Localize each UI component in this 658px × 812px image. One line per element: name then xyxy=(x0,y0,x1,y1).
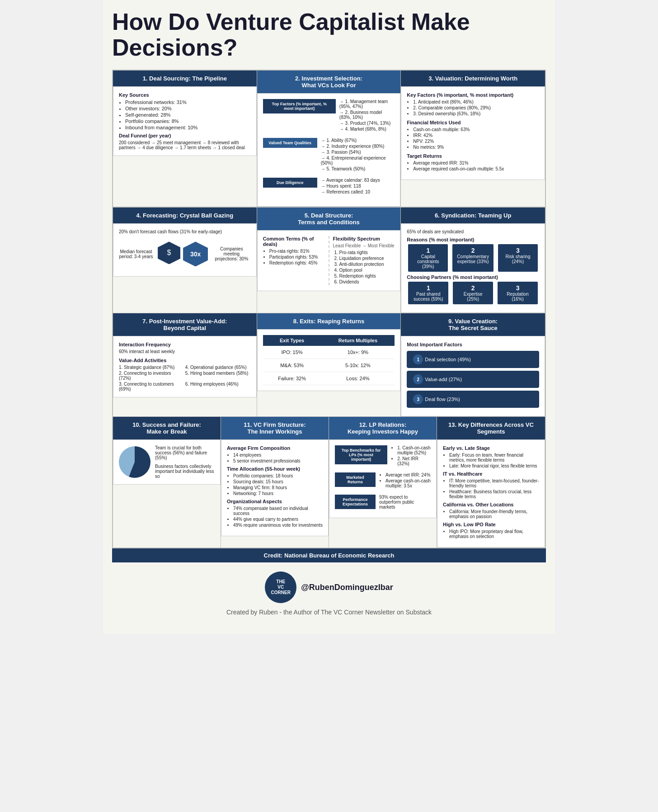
s13-header: 13. Key Differences Across VC Segments xyxy=(437,417,545,439)
s11-org-title: Organizational Aspects xyxy=(227,499,323,504)
s6-partners-title: Choosing Partners (% most important) xyxy=(407,274,539,280)
list-item: 1. Ability (67%) xyxy=(321,138,395,143)
s6-header: 6. Syndication: Teaming Up xyxy=(401,208,545,223)
s3-kf-list: 1. Anticipated exit (86%, 46%) 2. Compar… xyxy=(407,99,539,116)
s4-stat1: 20% don't forecast cash flows (31% for e… xyxy=(119,229,251,234)
list-item: Cash-on-cash multiple: 63% xyxy=(413,127,539,132)
list-item: IRR: 42% xyxy=(413,133,539,138)
list-item: Professional networks: 31% xyxy=(125,99,251,105)
section-5: 5. Deal Structure: Terms and Conditions … xyxy=(257,208,401,313)
s3-header: 3. Valuation: Determining Worth xyxy=(401,71,545,86)
s6-partners-row: 1 Past shared success (59%) 2 Expertise … xyxy=(407,282,539,304)
table-row: IPO: 15% 10x+: 9% xyxy=(263,346,395,359)
list-item: Inbound from management: 10% xyxy=(125,125,251,130)
table-row: Failure: 32% Loss: 24% xyxy=(263,372,395,385)
list-item: 1. Strategic guidance (87%) xyxy=(119,365,184,370)
list-item: 1. Cash-on-cash multiple (52%) xyxy=(397,445,431,455)
section-10: 10. Success and Failure: Make or Break T… xyxy=(113,417,221,548)
s8-header: 8. Exits: Reaping Returns xyxy=(257,313,401,329)
list-item: 3. Desired ownership (63%, 18%) xyxy=(413,111,539,116)
s6-partner-1: 1 Past shared success (59%) xyxy=(408,282,448,304)
section-12: 12. LP Relations: Keeping Investors Happ… xyxy=(329,417,437,548)
section-1: 1. Deal Sourcing: The Pipeline Key Sourc… xyxy=(113,71,257,207)
s11-org-list: 74% compensate based on individual succe… xyxy=(227,506,323,528)
s6-reason-1: 1 Capital constraints (39%) xyxy=(408,244,448,272)
s2-valued-label: Valued Team Qualities xyxy=(263,138,317,148)
factor-2-text: Value-add (27%) xyxy=(425,377,462,382)
s12-mkt-row: Marketed Returns Average net IRR: 24% Av… xyxy=(335,472,431,492)
logo-area: THE VC CORNER @RubenDominguezIbar xyxy=(121,571,537,603)
s10-text: Team is crucial for both success (56%) a… xyxy=(155,445,215,479)
s1-sources-title: Key Sources xyxy=(119,92,251,98)
s1-body: Key Sources Professional networks: 31% O… xyxy=(113,86,257,156)
list-item: 5 senior investment professionals xyxy=(233,458,323,463)
s1-funnel-text: 200 considered → 25 meet management → 8 … xyxy=(119,140,251,150)
list-item: 3. Product (74%, 13%) xyxy=(339,121,395,126)
list-item: Portfolio companies: 8% xyxy=(125,118,251,124)
section-13: 13. Key Differences Across VC Segments E… xyxy=(437,417,545,548)
s6-partner-3: 3 Reputation (16%) xyxy=(498,282,538,304)
list-item: References called: 10 xyxy=(321,189,380,194)
exit-type-1: M&A: 53% xyxy=(263,359,321,372)
s12-bench-label: Top Benchmarks for LPs (% most important… xyxy=(335,445,387,464)
list-item: 49% require unanimous vote for investmen… xyxy=(233,523,323,528)
s10-text2: Business factors collectively important … xyxy=(155,464,215,479)
section-6: 6. Syndication: Teaming Up 65% of deals … xyxy=(401,208,545,313)
s9-subtitle: Most Important Factors xyxy=(407,342,539,347)
s10-body: Team is crucial for both success (56%) a… xyxy=(113,439,221,485)
section-7: 7. Post-Investment Value-Add: Beyond Cap… xyxy=(113,313,257,416)
s11-time-list: Portfolio companies: 18 hours Sourcing d… xyxy=(227,473,323,496)
s7-freq-text: 60% interact at least weekly xyxy=(119,349,251,354)
exit-table: Exit Types Return Multiples IPO: 15% 10x… xyxy=(263,335,395,385)
list-item: 44% give equal carry to partners xyxy=(233,517,323,522)
exit-type-0: IPO: 15% xyxy=(263,346,321,359)
s9-body: Most Important Factors 1 Deal selection … xyxy=(401,336,545,416)
list-item: 74% compensate based on individual succe… xyxy=(233,506,323,516)
list-item: Pro-rata rights xyxy=(339,250,395,255)
s12-header: 12. LP Relations: Keeping Investors Happ… xyxy=(329,417,437,439)
s5-right: Flexibility Spectrum Least Flexible → Mo… xyxy=(329,236,395,285)
list-item: 3. Passion (54%) xyxy=(321,150,395,155)
s4-header: 4. Forecasting: Crystal Ball Gazing xyxy=(113,208,257,223)
list-item: California: More founder-friendly terms,… xyxy=(449,509,539,519)
list-item: 2. Connecting to investors (72%) xyxy=(119,371,184,381)
s12-bench-row: Top Benchmarks for LPs (% most important… xyxy=(335,445,431,470)
list-item: 5. Teamwork (50%) xyxy=(321,166,395,171)
s2-valued-list: 1. Ability (67%) 2. Industry experience … xyxy=(321,138,395,172)
s1-header: 1. Deal Sourcing: The Pipeline xyxy=(113,71,257,86)
list-item: Average cash-on-cash multiple: 3.5x xyxy=(385,478,431,488)
credit-text: Credit: National Bureau of Economic Rese… xyxy=(264,552,395,559)
list-item: 2. Net IRR (32%) xyxy=(397,456,431,466)
list-item: Redemption rights: 45% xyxy=(269,260,325,265)
s8-body: Exit Types Return Multiples IPO: 15% 10x… xyxy=(257,329,401,391)
list-item: Redemption rights xyxy=(339,274,395,279)
badge-3: 3 xyxy=(413,394,423,404)
list-item: Participation rights: 53% xyxy=(269,255,325,260)
section-9: 9. Value Creation: The Secret Sauce Most… xyxy=(401,313,545,416)
s13-ca-list: California: More founder-friendly terms,… xyxy=(443,509,539,519)
list-item: Late: More financial rigor, less flexibl… xyxy=(449,463,539,468)
s13-ca-title: California vs. Other Locations xyxy=(443,502,539,507)
footer: THE VC CORNER @RubenDominguezIbar Create… xyxy=(112,562,546,625)
s2-valued-row: Valued Team Qualities 1. Ability (67%) 2… xyxy=(263,138,395,175)
badge-2: 2 xyxy=(413,374,423,384)
s12-perf-text: 93% expect to outperform public markets xyxy=(379,495,431,510)
list-item: High IPO: More proprietary deal flow, em… xyxy=(449,529,539,539)
s2-top-list: 1. Management team (95%, 47%) 2. Busines… xyxy=(339,99,395,132)
s12-mkt-label: Marketed Returns xyxy=(335,472,376,487)
section-4: 4. Forecasting: Crystal Ball Gazing 20% … xyxy=(113,208,257,313)
vc-logo: THE VC CORNER xyxy=(265,571,296,603)
list-item: Portfolio companies: 18 hours xyxy=(233,473,323,478)
s2-dd-list: Average calendar: 83 days Hours spent: 1… xyxy=(321,178,380,195)
s6-body: 65% of deals are syndicated Reasons (% m… xyxy=(401,223,545,313)
s4-body: 20% don't forecast cash flows (31% for e… xyxy=(113,223,257,277)
list-item: Liquidation preference xyxy=(339,256,395,261)
section-8: 8. Exits: Reaping Returns Exit Types Ret… xyxy=(257,313,401,416)
s9-factor-2: 2 Value-add (27%) xyxy=(407,371,539,388)
exit-type-2: Failure: 32% xyxy=(263,372,321,385)
s6-reason-2: 2 Complementary expertise (33%) xyxy=(452,244,494,272)
s6-reasons-title: Reasons (% most important) xyxy=(407,237,539,242)
s12-perf-label: Performance Expectations xyxy=(335,495,376,509)
return-1: 5-10x: 12% xyxy=(321,359,395,372)
factor-1-text: Deal selection (49%) xyxy=(425,357,471,362)
